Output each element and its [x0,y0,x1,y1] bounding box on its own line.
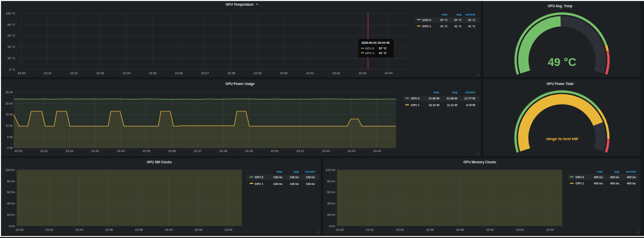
svg-text:23:42: 23:42 [516,228,524,231]
svg-text:23:42: 23:42 [332,72,341,75]
svg-text:GPU 1:: GPU 1: [365,52,375,55]
svg-text:41 °C: 41 °C [440,25,448,28]
svg-text:0 Hz: 0 Hz [329,225,335,228]
svg-text:23:40: 23:40 [280,72,288,75]
svg-text:23:38: 23:38 [135,228,143,231]
svg-text:41 °C: 41 °C [379,52,387,55]
svg-text:23:40: 23:40 [486,228,494,231]
svg-text:139 Hz: 139 Hz [306,176,315,179]
svg-text:405 Hz: 405 Hz [594,176,603,179]
svg-text:GPU 0: GPU 0 [575,176,584,179]
svg-text:GPU 0: GPU 0 [422,19,431,22]
svg-text:current: current [465,91,475,94]
svg-text:40 °C: 40 °C [7,45,15,48]
svg-text:41 °C: 41 °C [454,25,462,28]
svg-text:23:44: 23:44 [385,72,393,75]
svg-text:current: current [465,13,475,16]
svg-text:23:34: 23:34 [75,228,83,231]
svg-text:20 Hz: 20 Hz [327,213,335,216]
svg-text:23:33: 23:33 [91,149,99,152]
svg-text:23:34: 23:34 [396,228,404,231]
svg-text:60 Hz: 60 Hz [7,191,15,194]
svg-text:23:36: 23:36 [426,228,434,231]
svg-text:23:34: 23:34 [117,149,125,152]
svg-text:20 °C: 20 °C [7,57,15,60]
svg-text:23:34: 23:34 [123,72,131,75]
svg-text:23:30: 23:30 [14,149,23,152]
svg-text:100 Hz: 100 Hz [326,168,335,172]
svg-text:23:38: 23:38 [219,149,228,152]
svg-text:23:41: 23:41 [306,72,314,75]
svg-text:405 Hz: 405 Hz [594,182,603,185]
svg-text:23:44: 23:44 [225,228,233,231]
svg-text:100 °C: 100 °C [6,12,15,15]
svg-text:57 °C: 57 °C [379,47,387,50]
svg-text:GPU 1: GPU 1 [422,25,431,28]
svg-text:23:44: 23:44 [373,149,381,152]
svg-text:GPU 0: GPU 0 [255,176,263,179]
svg-text:avg: avg [456,13,462,16]
svg-text:GPU Power Total: GPU Power Total [547,82,573,86]
svg-text:max: max [442,13,448,16]
svg-text:23:35: 23:35 [143,149,151,152]
svg-text:GPU SM Clocks: GPU SM Clocks [147,160,172,164]
svg-text:80 Hz: 80 Hz [327,180,335,183]
svg-text:405 Hz: 405 Hz [626,176,636,179]
svg-text:60 °C: 60 °C [7,34,15,37]
svg-text:57 °C: 57 °C [440,19,448,22]
svg-text:GPU Memory Clocks: GPU Memory Clocks [463,160,496,164]
svg-text:80 Hz: 80 Hz [7,180,15,183]
svg-text:23:40: 23:40 [165,228,173,231]
svg-text:23:40: 23:40 [271,149,279,152]
svg-text:23:36: 23:36 [168,149,177,152]
svg-text:23:37: 23:37 [201,72,210,75]
svg-text:40 Hz: 40 Hz [7,202,15,205]
svg-text:5 W: 5 W [7,135,13,139]
svg-text:23:32: 23:32 [65,149,74,152]
svg-text:139 Hz: 139 Hz [273,182,282,185]
svg-text:21.68 W: 21.68 W [447,97,458,100]
svg-text:139 Hz: 139 Hz [273,176,282,179]
svg-text:GPU 1: GPU 1 [255,182,263,185]
svg-text:10 W: 10 W [5,124,12,127]
svg-text:23:43: 23:43 [359,72,367,75]
svg-text:2020-05-01 23:44:48: 2020-05-01 23:44:48 [362,41,390,44]
svg-text:57 °C: 57 °C [468,19,475,22]
svg-text:23:42: 23:42 [322,149,330,152]
svg-text:9.79 W: 9.79 W [466,104,476,107]
svg-text:23:36: 23:36 [175,72,183,75]
svg-text:23:30: 23:30 [16,228,24,231]
svg-text:23:30: 23:30 [18,72,26,75]
svg-text:max: max [597,171,603,174]
svg-text:405 Hz: 405 Hz [610,182,619,185]
svg-text:23:31: 23:31 [40,149,48,152]
svg-text:23:42: 23:42 [195,228,203,231]
svg-text:80 °C: 80 °C [7,23,15,26]
svg-text:GPU Temperature: GPU Temperature [226,3,254,7]
svg-text:139 Hz: 139 Hz [290,182,299,185]
svg-text:23:32: 23:32 [70,72,78,75]
svg-text:16.44 W: 16.44 W [429,104,440,107]
svg-text:405 Hz: 405 Hz [626,182,636,185]
svg-text:GPU 0: GPU 0 [411,97,419,100]
svg-text:GPU 0:: GPU 0: [365,47,375,50]
svg-text:avg: avg [294,170,299,173]
svg-text:60 Hz: 60 Hz [327,191,335,194]
svg-text:40 Hz: 40 Hz [327,202,335,205]
svg-text:25 W: 25 W [5,91,12,94]
svg-text:405 Hz: 405 Hz [610,176,619,179]
svg-text:GPU 1: GPU 1 [411,104,419,107]
svg-text:23:32: 23:32 [45,228,54,231]
svg-text:100 Hz: 100 Hz [5,168,15,172]
svg-text:23:31: 23:31 [44,72,52,75]
svg-text:23:37: 23:37 [194,149,202,152]
svg-text:GPU Power Usage: GPU Power Usage [226,82,255,86]
svg-text:0 W: 0 W [7,147,13,150]
svg-text:139 Hz: 139 Hz [306,182,315,185]
svg-text:57 °C: 57 °C [454,19,462,22]
svg-text:current: current [626,171,636,174]
svg-text:23:41: 23:41 [296,149,304,152]
svg-text:21.86 W: 21.86 W [429,97,440,100]
svg-text:11.11 W: 11.11 W [447,104,457,107]
svg-text:23:39: 23:39 [245,149,253,152]
